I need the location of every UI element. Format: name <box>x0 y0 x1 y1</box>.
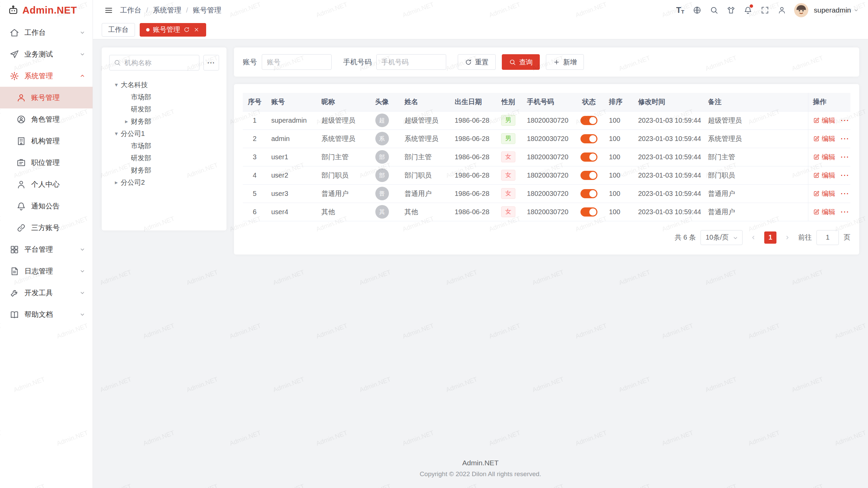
column-header: 姓名 <box>400 93 450 111</box>
tree-node[interactable]: 财务部 <box>109 164 219 176</box>
status-toggle[interactable] <box>580 189 597 198</box>
username-text: superadmin <box>814 6 851 14</box>
user-avatar[interactable] <box>794 3 808 17</box>
breadcrumb-item: 账号管理 <box>193 5 221 15</box>
status-toggle[interactable] <box>580 134 597 143</box>
row-more-button[interactable]: ··· <box>841 208 850 216</box>
notification-icon[interactable] <box>741 3 755 18</box>
cell-nickname: 普通用户 <box>317 184 364 203</box>
cell-status <box>574 148 604 166</box>
app-root: Admin.NET 工作台业务测试系统管理账号管理角色管理机构管理职位管理个人中… <box>0 0 868 488</box>
main-area: 工作台/系统管理/账号管理 TT superadmin <box>93 0 868 488</box>
cell-avatar: 普 <box>364 184 400 203</box>
table-row: 2admin系统管理员系系统管理员1986-06-28男180200307201… <box>243 129 850 148</box>
row-more-button[interactable]: ··· <box>841 117 850 124</box>
tree-node[interactable]: 市场部 <box>109 91 219 103</box>
edit-button[interactable]: 编辑 <box>813 134 835 143</box>
cell-gender: 女 <box>494 184 522 203</box>
language-icon[interactable] <box>690 3 705 18</box>
query-button[interactable]: 查询 <box>502 54 540 70</box>
sidebar-item-business-test[interactable]: 业务测试 <box>0 43 93 65</box>
status-toggle[interactable] <box>580 171 597 180</box>
gender-badge: 女 <box>501 170 515 181</box>
edit-button[interactable]: 编辑 <box>813 152 835 162</box>
tree-node-label: 市场部 <box>131 93 151 102</box>
cell-operations: 编辑··· <box>808 111 850 129</box>
fullscreen-icon[interactable] <box>757 3 772 18</box>
row-avatar: 部 <box>375 168 389 182</box>
cell-account: user2 <box>267 166 317 184</box>
tab-workbench[interactable]: 工作台 <box>102 23 135 37</box>
tree-node[interactable]: ▸财务部 <box>109 115 219 127</box>
goto-page-input[interactable] <box>816 230 839 245</box>
tree-caret-right-icon[interactable]: ▸ <box>112 179 121 186</box>
sidebar-item-notice-manage[interactable]: 通知公告 <box>0 195 93 217</box>
theme-icon[interactable] <box>724 3 738 18</box>
role-icon <box>16 115 26 124</box>
tree-node[interactable]: 研发部 <box>109 103 219 115</box>
reset-button[interactable]: 重置 <box>458 54 496 70</box>
sidebar-submenu-system-manage: 账号管理角色管理机构管理职位管理个人中心通知公告三方账号 <box>0 87 93 239</box>
edit-button[interactable]: 编辑 <box>813 116 835 125</box>
account-filter-input[interactable] <box>262 54 332 70</box>
tab-account-manage[interactable]: 账号管理 <box>140 23 206 37</box>
tree-node[interactable]: 市场部 <box>109 140 219 152</box>
cell-order: 100 <box>604 129 633 148</box>
sidebar-item-label: 角色管理 <box>31 115 86 124</box>
tree-caret-down-icon[interactable]: ▾ <box>112 130 121 137</box>
tree-caret-down-icon[interactable]: ▾ <box>112 81 121 88</box>
sidebar-item-dev-tools[interactable]: 开发工具 <box>0 282 93 304</box>
row-more-button[interactable]: ··· <box>841 171 850 179</box>
sidebar-item-position-manage[interactable]: 职位管理 <box>0 152 93 174</box>
tree-node[interactable]: 研发部 <box>109 152 219 164</box>
status-toggle[interactable] <box>580 207 597 217</box>
add-button[interactable]: 新增 <box>546 54 584 70</box>
sidebar-item-workbench[interactable]: 工作台 <box>0 22 93 43</box>
bell-icon <box>16 201 26 211</box>
cell-avatar: 系 <box>364 129 400 148</box>
page-number-1[interactable]: 1 <box>764 231 776 244</box>
sidebar-item-account-manage[interactable]: 账号管理 <box>0 87 93 108</box>
sidebar-item-org-manage[interactable]: 机构管理 <box>0 130 93 152</box>
profile-icon[interactable] <box>774 3 789 18</box>
tree-node[interactable]: ▾大名科技 <box>109 79 219 91</box>
row-more-button[interactable]: ··· <box>841 190 850 197</box>
filter-bar: 账号 手机号码 重置 查询 新增 <box>234 47 859 77</box>
sidebar: Admin.NET 工作台业务测试系统管理账号管理角色管理机构管理职位管理个人中… <box>0 0 93 488</box>
sidebar-item-role-manage[interactable]: 角色管理 <box>0 108 93 130</box>
prev-page-button[interactable] <box>747 231 760 244</box>
next-page-button[interactable] <box>781 231 793 244</box>
org-more-button[interactable]: ··· <box>203 55 219 70</box>
org-search-input[interactable] <box>109 55 199 70</box>
user-menu[interactable]: superadmin <box>814 6 859 14</box>
org-panel: ··· ▾大名科技市场部研发部▸财务部▾分公司1市场部研发部财务部▸分公司2 <box>102 47 226 230</box>
row-more-button[interactable]: ··· <box>841 135 850 142</box>
edit-button[interactable]: 编辑 <box>813 189 835 198</box>
edit-button[interactable]: 编辑 <box>813 207 835 217</box>
phone-filter-input[interactable] <box>376 54 446 70</box>
breadcrumb-item[interactable]: 系统管理 <box>153 5 181 15</box>
tree-node[interactable]: ▸分公司2 <box>109 176 219 188</box>
sidebar-item-third-account[interactable]: 三方账号 <box>0 217 93 239</box>
font-size-icon[interactable]: TT <box>673 3 688 18</box>
brand-logo[interactable]: Admin.NET <box>0 0 93 20</box>
page-size-select[interactable]: 10条/页 <box>701 230 743 245</box>
sidebar-item-log-manage[interactable]: 日志管理 <box>0 260 93 282</box>
sidebar-item-system-manage[interactable]: 系统管理 <box>0 65 93 87</box>
status-toggle[interactable] <box>580 116 597 125</box>
search-icon[interactable] <box>707 3 722 18</box>
edit-button[interactable]: 编辑 <box>813 171 835 180</box>
tree-node[interactable]: ▾分公司1 <box>109 127 219 140</box>
sidebar-item-personal-center[interactable]: 个人中心 <box>0 174 93 195</box>
sidebar-item-help-docs[interactable]: 帮助文档 <box>0 304 93 325</box>
tree-caret-right-icon[interactable]: ▸ <box>122 118 131 125</box>
status-toggle[interactable] <box>580 152 597 162</box>
sidebar-item-platform-manage[interactable]: 平台管理 <box>0 239 93 260</box>
tab-close-icon[interactable] <box>193 26 200 33</box>
tab-refresh-icon[interactable] <box>183 26 190 33</box>
breadcrumb-item[interactable]: 工作台 <box>120 5 141 15</box>
menu-collapse-button[interactable] <box>102 3 115 17</box>
row-more-button[interactable]: ··· <box>841 153 850 161</box>
cell-remark: 部门职员 <box>703 166 808 184</box>
tree-node-label: 分公司1 <box>121 129 145 138</box>
